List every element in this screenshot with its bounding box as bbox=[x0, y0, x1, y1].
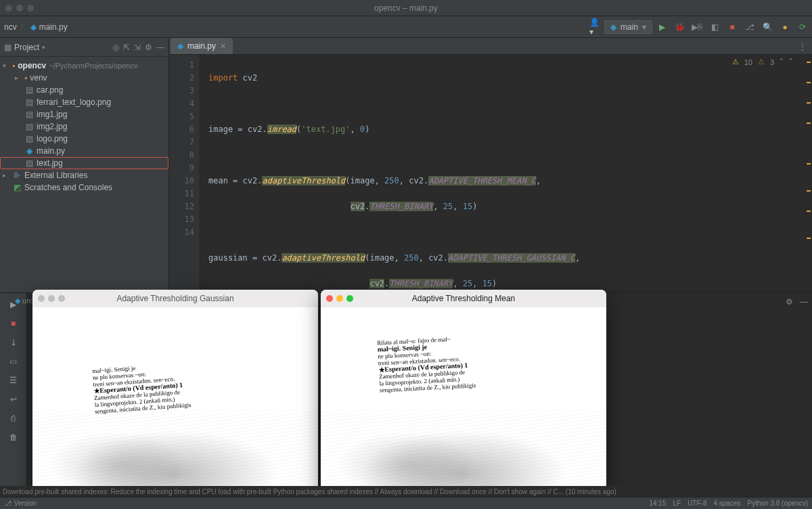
folder-icon: ▪ bbox=[12, 61, 15, 70]
cursor-position[interactable]: 14:15 bbox=[649, 500, 666, 507]
image-output: mal~igi. Senigi je ne plu konservas ~on:… bbox=[32, 307, 318, 493]
stop-icon[interactable]: ■ bbox=[727, 22, 738, 32]
stop-icon[interactable]: ■ bbox=[7, 317, 20, 330]
collapse-all-icon[interactable]: ⇱ bbox=[123, 43, 130, 52]
python-file-icon: ◆ bbox=[30, 22, 37, 32]
window-titlebar[interactable]: Adaptive Thresholding Mean bbox=[321, 290, 606, 307]
project-view-title[interactable]: ▦ Project ▾ bbox=[4, 43, 108, 52]
step-icon[interactable]: ⤓ bbox=[7, 336, 20, 349]
tree-file[interactable]: ▤ car.png bbox=[0, 84, 168, 96]
editor: ◆ main.py ✕ ⋮ ⚠ 10 ⚠ 3 ˄ ˅ 1234567 89101… bbox=[169, 38, 812, 292]
scratches-icon: ◩ bbox=[12, 183, 22, 192]
mac-traffic-lights[interactable] bbox=[5, 5, 34, 12]
breadcrumb-file[interactable]: main.py bbox=[39, 22, 68, 32]
line-separator[interactable]: LF bbox=[673, 500, 681, 507]
image-file-icon: ▤ bbox=[24, 97, 34, 107]
run-config-label: main bbox=[621, 22, 638, 32]
indent-widget[interactable]: 4 spaces bbox=[713, 500, 740, 507]
ide-updates-icon[interactable]: ● bbox=[780, 22, 790, 32]
chevron-right-icon: ▸ bbox=[3, 172, 9, 179]
window-titlebar: opencv – main.py bbox=[0, 0, 812, 16]
file-encoding[interactable]: UTF-8 bbox=[687, 500, 706, 507]
run-configuration-selector[interactable]: ◆ main ▾ bbox=[604, 20, 652, 34]
tree-dir-venv[interactable]: ▸ ▪ venv bbox=[0, 72, 168, 84]
layout-icon[interactable]: ▭ bbox=[7, 355, 20, 368]
interpreter-widget[interactable]: Python 3.8 (opencv) bbox=[748, 500, 809, 507]
image-file-icon: ▤ bbox=[24, 122, 34, 131]
notification-hint[interactable]: Download pre-built shared indexes: Reduc… bbox=[0, 486, 812, 497]
profile-icon[interactable]: ◧ bbox=[709, 22, 720, 32]
tree-scratches[interactable]: ◩ Scratches and Consoles bbox=[0, 181, 168, 194]
tree-file[interactable]: ▤ img1.jpg bbox=[0, 108, 168, 120]
settings-icon[interactable]: ⚙ bbox=[786, 297, 793, 307]
project-tool-window: ▦ Project ▾ ◎ ⇱ ⇲ ⚙ — ▾ ▪ opencv ~/Pycha… bbox=[0, 38, 169, 292]
image-file-icon: ▤ bbox=[24, 110, 34, 119]
trash-icon[interactable]: 🗑 bbox=[7, 431, 20, 443]
python-icon: ◆ bbox=[610, 22, 616, 32]
chevron-down-icon: ▾ bbox=[642, 22, 646, 32]
tree-file[interactable]: ▤ ferrari_text_logo.png bbox=[0, 96, 168, 108]
window-titlebar[interactable]: Adaptive Thresholding Gaussian bbox=[32, 290, 318, 307]
run-tab-label[interactable]: ◆ un: bbox=[15, 296, 32, 305]
window-title: opencv – main.py bbox=[374, 3, 438, 13]
tree-file-text-jpg[interactable]: ▤ text.jpg bbox=[0, 157, 168, 169]
image-file-icon: ▤ bbox=[24, 134, 34, 143]
python-file-icon: ◆ bbox=[24, 146, 34, 156]
python-file-icon: ◆ bbox=[177, 41, 183, 51]
breadcrumb-separator: 〉 bbox=[20, 21, 28, 32]
hide-icon[interactable]: — bbox=[800, 297, 808, 307]
soft-wrap-icon[interactable]: ↩ bbox=[7, 393, 20, 405]
project-tree[interactable]: ▾ ▪ opencv ~/PycharmProjects/opencv ▸ ▪ … bbox=[0, 57, 168, 196]
output-window-gaussian[interactable]: Adaptive Thresholding Gaussian mal~igi. … bbox=[32, 290, 318, 493]
run-with-coverage-icon[interactable]: ▶⎘ bbox=[692, 22, 702, 32]
run-toolbar: ▶ ■ ⤓ ▭ ☰ ↩ ⎙ 🗑 bbox=[0, 293, 27, 497]
editor-tabs: ◆ main.py ✕ ⋮ bbox=[169, 38, 812, 55]
run-icon[interactable]: ▶ bbox=[656, 22, 667, 32]
settings-sync-icon[interactable]: ⟳ bbox=[797, 22, 808, 32]
status-bar: ⎇ Version 14:15 LF UTF-8 4 spaces Python… bbox=[0, 497, 812, 509]
tree-file[interactable]: ▤ logo.png bbox=[0, 133, 168, 145]
filter-icon[interactable]: ☰ bbox=[7, 374, 20, 386]
folder-icon: ▪ bbox=[24, 73, 27, 83]
chevron-right-icon: ▸ bbox=[15, 74, 22, 81]
image-file-icon: ▤ bbox=[24, 158, 34, 168]
breadcrumb[interactable]: ncv 〉 ◆ main.py bbox=[4, 21, 68, 32]
vcs-icon[interactable]: ⎇ bbox=[744, 22, 755, 32]
library-icon: ⊪ bbox=[12, 171, 22, 180]
project-tool-icon: ▦ bbox=[4, 43, 12, 52]
tree-file[interactable]: ▤ img2.jpg bbox=[0, 120, 168, 133]
mac-traffic-lights[interactable] bbox=[38, 295, 65, 302]
more-icon[interactable]: ⋮ bbox=[793, 39, 812, 54]
chevron-down-icon: ▾ bbox=[42, 44, 45, 51]
tree-file-main-py[interactable]: ◆ main.py bbox=[0, 145, 168, 157]
settings-icon[interactable]: ⚙ bbox=[145, 43, 152, 52]
python-icon: ◆ bbox=[15, 296, 20, 305]
mac-traffic-lights[interactable] bbox=[326, 295, 353, 302]
breadcrumb-project[interactable]: ncv bbox=[4, 22, 17, 32]
editor-tab-main-py[interactable]: ◆ main.py ✕ bbox=[171, 38, 233, 54]
main-toolbar: ncv 〉 ◆ main.py 👤▾ ◆ main ▾ ▶ 🐞 ▶⎘ ◧ ■ ⎇… bbox=[0, 16, 812, 38]
expand-all-icon[interactable]: ⇲ bbox=[134, 43, 141, 52]
target-icon[interactable]: ◎ bbox=[112, 43, 119, 52]
image-output: Rilata al mal~o: fajro de mal~ mal~igi. … bbox=[321, 307, 606, 493]
debug-icon[interactable]: 🐞 bbox=[674, 22, 685, 32]
image-file-icon: ▤ bbox=[24, 85, 34, 95]
output-window-mean[interactable]: Adaptive Thresholding Mean Rilata al mal… bbox=[321, 290, 606, 493]
tree-root[interactable]: ▾ ▪ opencv ~/PycharmProjects/opencv bbox=[0, 60, 168, 72]
close-icon[interactable]: ✕ bbox=[220, 42, 226, 51]
vcs-widget[interactable]: ⎇ Version bbox=[4, 500, 37, 507]
hide-icon[interactable]: — bbox=[156, 43, 164, 52]
chevron-down-icon: ▾ bbox=[3, 62, 9, 69]
search-icon[interactable]: 🔍 bbox=[762, 22, 773, 32]
add-user-icon[interactable]: 👤▾ bbox=[589, 22, 600, 32]
tree-external-libraries[interactable]: ▸ ⊪ External Libraries bbox=[0, 169, 168, 181]
print-icon[interactable]: ⎙ bbox=[7, 412, 20, 424]
